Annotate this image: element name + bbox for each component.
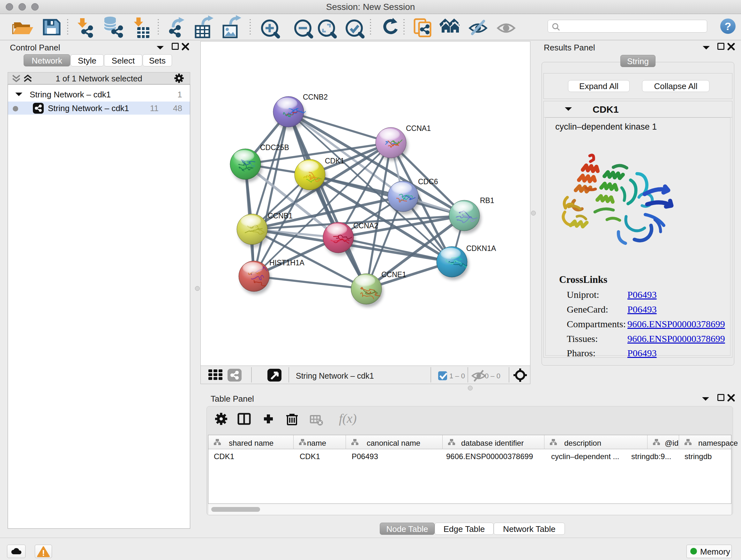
svg-text:CCNE1: CCNE1 xyxy=(381,270,406,279)
svg-text:f(x): f(x) xyxy=(339,411,357,426)
svg-text:CCNB2: CCNB2 xyxy=(303,93,328,101)
svg-text:CDC6: CDC6 xyxy=(418,178,438,186)
svg-text:HIST1H1A: HIST1H1A xyxy=(269,259,305,267)
svg-text:CDK1: CDK1 xyxy=(325,157,344,165)
svg-text:CDKN1A: CDKN1A xyxy=(466,244,496,253)
svg-text:CCNA2: CCNA2 xyxy=(353,222,378,230)
svg-text:CCNB1: CCNB1 xyxy=(268,212,293,220)
svg-text:CCNA1: CCNA1 xyxy=(406,124,431,132)
svg-text:RB1: RB1 xyxy=(480,196,494,205)
svg-text:CDC25B: CDC25B xyxy=(260,143,289,152)
